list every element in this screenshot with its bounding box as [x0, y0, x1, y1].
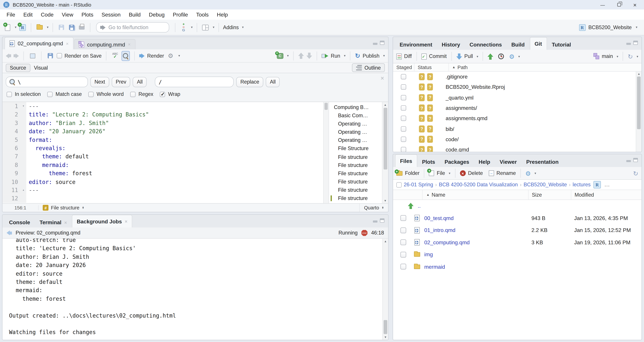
file-row[interactable]: 02_computing.qmd 3 KB Jan 19, 2026, 11:0… — [393, 236, 642, 249]
file-row[interactable]: 01_intro.qmd 2.2 KB Jan 15, 2026, 12:52 … — [393, 224, 642, 236]
find-all-button[interactable]: All — [133, 77, 147, 87]
tab-git[interactable]: Git — [530, 37, 547, 50]
close-tab-icon[interactable]: × — [66, 41, 68, 46]
menu-code[interactable]: Code — [37, 12, 58, 18]
fold-icon[interactable]: ▴ — [20, 186, 26, 195]
maximize-pane-icon[interactable] — [633, 158, 638, 162]
refresh-icon[interactable]: ↻ — [633, 170, 638, 177]
diff-button[interactable]: Diff — [404, 53, 412, 59]
parent-directory-row[interactable]: .. — [393, 200, 642, 212]
push-icon[interactable] — [488, 53, 494, 60]
name-column-header[interactable]: ▲Name — [423, 190, 528, 200]
replace-all-button[interactable]: All — [266, 77, 280, 87]
file-checkbox[interactable] — [400, 252, 406, 257]
outline-item[interactable]: File structure — [329, 178, 382, 186]
menu-edit[interactable]: Edit — [19, 12, 37, 18]
pull-button[interactable]: Pull — [464, 53, 473, 59]
file-checkbox[interactable] — [400, 215, 406, 221]
history-clock-icon[interactable] — [498, 53, 504, 59]
file-name[interactable]: 01_intro.qmd — [424, 227, 455, 234]
section-spinner-icon[interactable]: ▲▼ — [82, 206, 84, 209]
branch-icon[interactable] — [593, 53, 600, 60]
workspace-panes-caret-icon[interactable]: ▾ — [213, 26, 214, 29]
whole-word-checkbox[interactable] — [88, 91, 94, 97]
git-row[interactable]: ??_quarto.yml — [393, 92, 642, 103]
match-case-checkbox[interactable] — [47, 91, 53, 97]
publish-button[interactable]: Publish — [362, 53, 380, 59]
source-mode-button[interactable]: Source — [6, 64, 30, 72]
tab-plots[interactable]: Plots — [418, 157, 440, 167]
git-row[interactable]: ??assignments/ — [393, 103, 642, 113]
commit-button[interactable]: Commit — [429, 53, 447, 59]
minimize-pane-icon[interactable] — [626, 43, 631, 45]
popout-window-button[interactable] — [28, 51, 36, 61]
insert-chunk-button[interactable]: C — [277, 53, 284, 59]
breadcrumb-item[interactable]: BCB 4200-5200 Data Visualization — [439, 182, 518, 188]
scroll-up-icon[interactable]: ▲ — [638, 72, 640, 75]
render-on-save-checkbox[interactable] — [57, 53, 62, 58]
git-row[interactable]: ??code/ — [393, 134, 642, 144]
refresh-icon[interactable]: ↻ — [628, 53, 633, 60]
outline-item[interactable]: Operating … — [329, 128, 382, 136]
print-button[interactable] — [78, 22, 86, 32]
new-file-button[interactable] — [3, 22, 12, 32]
select-all-checkbox[interactable] — [396, 182, 402, 188]
outline-item[interactable]: Operating … — [329, 120, 382, 128]
git-row[interactable]: ??code.qmd — [393, 144, 642, 152]
save-all-button[interactable] — [68, 22, 76, 32]
render-settings-button[interactable]: ⚙ — [166, 51, 175, 61]
code-line[interactable]: 10editor: source — [2, 178, 323, 186]
close-tab-icon[interactable]: × — [125, 219, 128, 224]
outline-item[interactable]: Operating … — [329, 136, 382, 144]
outline-item[interactable]: Computing B… — [329, 103, 382, 111]
staged-checkbox[interactable] — [401, 95, 406, 100]
outline-item[interactable]: File structure — [329, 153, 382, 161]
wrap-checkbox[interactable] — [160, 91, 165, 97]
render-settings-caret-icon[interactable]: ▾ — [178, 54, 180, 58]
scroll-down-icon[interactable]: ▼ — [384, 336, 387, 339]
close-tab-icon[interactable]: × — [128, 42, 131, 47]
git-row[interactable]: ??BCB5200_Website.Rproj — [393, 82, 642, 92]
code-line[interactable]: 3author: "Brian J. Smith" — [2, 119, 323, 127]
staged-checkbox[interactable] — [401, 147, 406, 152]
go-previous-section-icon[interactable] — [298, 53, 304, 59]
tab-background-jobs[interactable]: Background Jobs× — [72, 215, 132, 228]
path-column-header[interactable]: ▲Path — [449, 64, 642, 70]
insert-chunk-caret-icon[interactable]: ▾ — [287, 54, 289, 58]
code-line[interactable]: 11▴--- — [2, 186, 323, 195]
folder-name[interactable]: img — [424, 252, 433, 258]
staged-checkbox[interactable] — [401, 74, 406, 80]
outline-item[interactable]: File structure — [329, 186, 382, 194]
breadcrumb-more-button[interactable]: ... — [605, 182, 610, 188]
breadcrumb-item[interactable]: 26-01 Spring — [404, 182, 433, 188]
close-icon[interactable]: × — [633, 2, 636, 8]
git-scrollbar[interactable]: ▲ ▼ — [636, 72, 642, 152]
job-output[interactable]: auto-stretch: true title: 'Lecture 2: Co… — [2, 239, 388, 340]
staged-checkbox[interactable] — [401, 137, 406, 142]
scroll-down-icon[interactable]: ▼ — [384, 199, 387, 202]
folder-name[interactable]: mermaid — [424, 264, 445, 270]
save-button[interactable] — [57, 22, 66, 32]
open-recent-caret-icon[interactable]: ▾ — [47, 26, 48, 29]
tab-environment[interactable]: Environment — [395, 39, 437, 50]
tab-computing-mmd[interactable]: computing.mmd × — [74, 39, 136, 49]
spellcheck-button[interactable]: ABC✓ — [111, 51, 119, 61]
staged-checkbox[interactable] — [401, 85, 406, 90]
scroll-up-icon[interactable]: ▲ — [384, 240, 387, 243]
scroll-up-icon[interactable]: ▲ — [384, 103, 387, 106]
folder-row[interactable]: img — [393, 249, 642, 261]
project-selector[interactable]: R BCB5200_Website ▾ — [579, 24, 641, 31]
breadcrumb-item[interactable]: lectures — [573, 182, 591, 188]
git-row[interactable]: ??assignments.qmd — [393, 113, 642, 124]
scrollbar-thumb[interactable] — [637, 76, 641, 129]
menu-file[interactable]: File — [2, 12, 19, 18]
tab-help[interactable]: Help — [474, 157, 495, 167]
new-file-button[interactable]: File — [437, 170, 445, 176]
breadcrumb-item[interactable]: BCB5200_Website — [524, 182, 567, 188]
find-input-box[interactable] — [6, 76, 88, 87]
forward-icon[interactable] — [14, 53, 19, 58]
visual-mode-button[interactable]: Visual — [30, 64, 52, 72]
tab-viewer[interactable]: Viewer — [495, 157, 522, 167]
branch-caret-icon[interactable]: ▾ — [616, 55, 618, 58]
tab-console[interactable]: Console — [4, 217, 35, 227]
